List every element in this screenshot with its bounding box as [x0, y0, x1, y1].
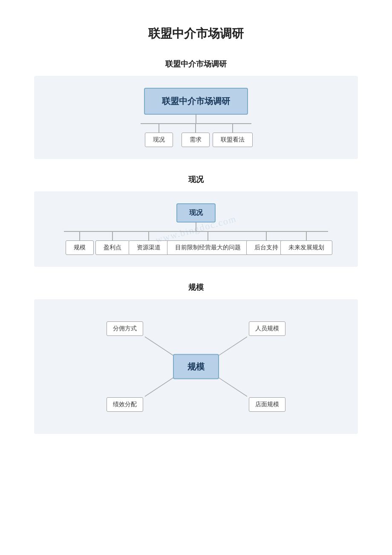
- d3-node-bottom-left: 绩效分配: [107, 397, 143, 412]
- diagram-2-tree: 现况 规模 盈利点: [43, 203, 349, 255]
- d2-child-4: 目前限制经营最大的问题: [167, 240, 249, 255]
- diagram2-children-wrapper: 规模 盈利点 资源渠道 目前限制经营最大的问题: [64, 231, 328, 255]
- d3-node-bottom-right: 店面规模: [249, 397, 285, 412]
- v-line-c3: [232, 124, 233, 133]
- d2-child-6: 未来发展规划: [280, 240, 332, 255]
- diagram1-child-3: 联盟看法: [213, 133, 253, 147]
- section-3-title: 规模: [34, 282, 358, 292]
- d2-child-col-1: 规模: [64, 232, 95, 255]
- h-bar-1: [141, 123, 251, 124]
- v-line-c2: [195, 124, 196, 133]
- diagram-2-box: www.bingdoc.com 现况 规模 盈利点: [34, 191, 358, 267]
- diagram1-child-1: 现况: [145, 133, 173, 147]
- d2-child-col-4: 目前限制经营最大的问题: [168, 232, 248, 255]
- section-1-title: 联盟中介市场调研: [34, 59, 358, 69]
- d2-child-2: 盈利点: [95, 240, 130, 255]
- section-2: 现况 www.bingdoc.com 现况 规模: [34, 174, 358, 267]
- diagram-3-box: 分佣方式 人员规模 绩效分配 店面规模 规模: [34, 299, 358, 434]
- d2-child-3: 资源渠道: [129, 240, 169, 255]
- diagram-1-tree: 联盟中介市场调研 现况 需求: [43, 88, 349, 147]
- diagram1-child-col-2: 需求: [177, 124, 214, 147]
- d3-node-top-right: 人员规模: [249, 321, 285, 336]
- page-title: 联盟中介市场调研: [34, 26, 358, 42]
- diagram1-child-2: 需求: [182, 133, 210, 147]
- diagram2-children-row: 规模 盈利点 资源渠道 目前限制经营最大的问题: [64, 232, 328, 255]
- section-2-title: 现况: [34, 174, 358, 185]
- d3-center-node: 规模: [173, 354, 219, 379]
- diagram1-child-col-1: 现况: [141, 124, 177, 147]
- v-line-2: [196, 223, 196, 231]
- diagram2-root-node: 现况: [176, 203, 216, 223]
- section-1: 联盟中介市场调研 联盟中介市场调研 现况: [34, 59, 358, 159]
- d2-child-col-5: 后台支持: [248, 232, 285, 255]
- d2-child-col-2: 盈利点: [95, 232, 130, 255]
- diagram1-child-col-3: 联盟看法: [214, 124, 251, 147]
- d2-child-col-6: 未来发展规划: [285, 232, 328, 255]
- diagram1-children-row: 现况 需求 联盟看法: [141, 124, 251, 147]
- diagram-3-container: 分佣方式 人员规模 绩效分配 店面规模 规模: [89, 311, 303, 422]
- d2-child-col-3: 资源渠道: [130, 232, 168, 255]
- diagram1-children-wrapper: 现况 需求 联盟看法: [141, 123, 251, 147]
- v-line-1: [196, 115, 196, 123]
- v-line-c1: [159, 124, 159, 133]
- section-3: 规模 分佣方式 人员规模 绩效分配 店面规模 规模: [34, 282, 358, 434]
- d2-child-1: 规模: [66, 240, 94, 255]
- diagram1-root-node: 联盟中介市场调研: [144, 88, 248, 115]
- d3-node-top-left: 分佣方式: [107, 321, 143, 336]
- diagram-1-box: 联盟中介市场调研 现况 需求: [34, 76, 358, 159]
